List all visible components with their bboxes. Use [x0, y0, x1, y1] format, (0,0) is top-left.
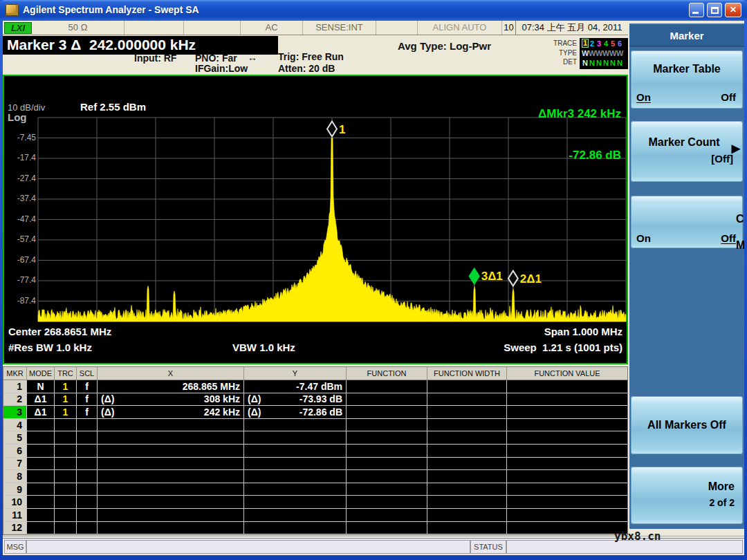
marker-count-value: [Off]	[711, 153, 733, 165]
delta-marker-readout: ΔMkr3 242 kHz -72.86 dB	[538, 80, 621, 190]
table-row: 6	[3, 445, 627, 458]
y-axis-label: -77.4	[7, 275, 36, 285]
det-row-label: DET	[528, 58, 577, 66]
status-counter: 10	[502, 21, 516, 35]
trace-status-char: 4	[602, 39, 609, 48]
status-cell-empty1	[124, 21, 184, 35]
lxi-badge: LXI	[4, 22, 32, 34]
trace-status-char: W	[609, 48, 616, 58]
sidebar-button-marker-count[interactable]: Marker Count ▶ [Off]	[631, 121, 743, 182]
y-axis-label: -47.4	[7, 214, 36, 224]
table-row: 7	[3, 458, 627, 471]
minimize-button[interactable]	[689, 3, 704, 17]
couple-markers-off: Off	[721, 232, 736, 244]
sidebar-button-marker-table[interactable]: Marker Table On Off	[631, 50, 743, 109]
trace-status-char: N	[602, 58, 609, 68]
table-row: 10	[3, 496, 627, 509]
sidebar-button-all-markers-off[interactable]: All Markers Off	[631, 396, 743, 454]
table-row: 8	[3, 470, 627, 483]
window-title: Agilent Spectrum Analyzer - Swept SA	[23, 4, 199, 15]
sweep-annotation: Sweep 1.21 s (1001 pts)	[504, 342, 622, 353]
status-cell-empty2	[184, 21, 241, 35]
application-window: Agilent Spectrum Analyzer - Swept SA ✕ L…	[0, 0, 747, 560]
trace-status-char: N	[609, 58, 616, 68]
col-y: Y	[244, 367, 347, 380]
trace-row-label: TRACE	[528, 39, 577, 47]
top-status-strip: LXI 50 Ω AC SENSE:INT ALIGN AUTO 10 07:3…	[3, 21, 628, 35]
msg-field	[26, 540, 470, 554]
input-impedance: 50 Ω	[32, 21, 124, 35]
table-row: 2Δ11f(Δ)308 kHz(Δ)-73.93 dB	[3, 393, 627, 407]
table-row: 4	[3, 419, 627, 432]
marker-2-label: 2Δ1	[520, 272, 542, 286]
sidebar-button-more[interactable]: More 2 of 2	[631, 467, 743, 524]
col-mode: MODE	[27, 367, 55, 380]
delta-marker-freq: ΔMkr3 242 kHz	[538, 107, 621, 121]
close-button[interactable]: ✕	[725, 3, 741, 17]
ifgain-setting: IFGain:Low	[195, 63, 248, 74]
marker-table-on: On	[636, 91, 651, 103]
table-row: 9	[3, 483, 627, 496]
pno-setting: PNO: Far	[195, 53, 237, 64]
ref-level: Ref 2.55 dBm	[80, 101, 146, 113]
marker-table-label: Marker Table	[631, 63, 743, 75]
trace-status-char: W	[596, 48, 602, 58]
col-x: X	[98, 367, 244, 380]
trace-status-char: N	[596, 58, 602, 68]
trace-status-char: 6	[616, 39, 623, 48]
minimize-icon	[692, 12, 699, 14]
msg-label: MSG	[4, 540, 26, 554]
col-function-width: FUNCTION WIDTH	[427, 367, 507, 380]
col-function-value: FUNCTION VALUE	[507, 367, 627, 380]
marker-1-diamond	[327, 122, 337, 137]
delta-marker-ampl: -72.86 dB	[538, 149, 621, 162]
sense-status: SENSE:INT	[303, 21, 376, 35]
col-scl: SCL	[77, 367, 98, 380]
center-frequency: Center 268.8651 MHz	[8, 326, 111, 337]
scale-type: Log	[8, 111, 27, 123]
spectrum-trace-plot: 12Δ13Δ1	[4, 76, 627, 363]
marker-table: MKR MODE TRC SCL X Y FUNCTION FUNCTION W…	[3, 366, 628, 535]
softkey-menu: Marker Marker Table On Off Marker Count …	[629, 24, 744, 529]
y-axis-label: -87.4	[7, 296, 36, 306]
det-values-row: NNNNNN	[582, 58, 628, 68]
more-page-indicator: 2 of 2	[709, 497, 735, 508]
status-cell-empty3	[376, 21, 418, 35]
res-bw-annotation: #Res BW 1.0 kHz	[8, 342, 92, 353]
marker-3-diamond	[470, 268, 479, 283]
trace-numbers-row: 123456	[582, 39, 628, 48]
sidebar-button-couple-markers[interactable]: Couple Markers On Off	[631, 196, 743, 248]
input-setting: Input: RF	[134, 53, 176, 64]
y-axis-label: -17.4	[7, 153, 36, 162]
vbw-annotation: VBW 1.0 kHz	[232, 342, 295, 353]
align-status: ALIGN AUTO	[418, 21, 502, 35]
marker-2-diamond	[508, 271, 518, 286]
col-function: FUNCTION	[347, 367, 427, 380]
sweep-arrow-icon: ↔	[248, 52, 257, 63]
trace-status-char: 2	[589, 39, 596, 48]
table-row: 1N1f268.865 MHz-7.47 dBm	[3, 380, 627, 393]
close-icon: ✕	[730, 5, 737, 15]
marker-1-label: 1	[339, 123, 345, 136]
y-axis-label: -7.45	[7, 133, 36, 142]
trace-status-char: N	[616, 58, 623, 68]
col-mkr: MKR	[3, 367, 27, 380]
trace-status-char: W	[582, 48, 589, 58]
trace-status-box: 123456 WWWWWW NNNNNN	[580, 38, 628, 69]
span-annotation: Span 1.000 MHz	[544, 326, 622, 337]
table-row: 3Δ11f(Δ)242 kHz(Δ)-72.86 dB	[3, 406, 627, 419]
trace-status-char: W	[589, 48, 596, 58]
trace-status-char: N	[589, 58, 596, 68]
maximize-button[interactable]	[707, 3, 722, 17]
atten-setting: Atten: 20 dB	[278, 63, 335, 74]
col-trc: TRC	[55, 367, 77, 380]
trigger-setting: Trig: Free Run	[278, 51, 344, 62]
trace-status-char: W	[602, 48, 609, 58]
marker-table-header: MKR MODE TRC SCL X Y FUNCTION FUNCTION W…	[3, 367, 627, 380]
client-area: LXI 50 Ω AC SENSE:INT ALIGN AUTO 10 07:3…	[3, 21, 744, 555]
marker-table-off: Off	[721, 91, 736, 103]
trace-status-char: N	[582, 58, 589, 68]
couple-markers-line1: Couple	[736, 212, 744, 225]
table-row: 12	[3, 522, 627, 535]
maximize-icon	[711, 7, 719, 14]
